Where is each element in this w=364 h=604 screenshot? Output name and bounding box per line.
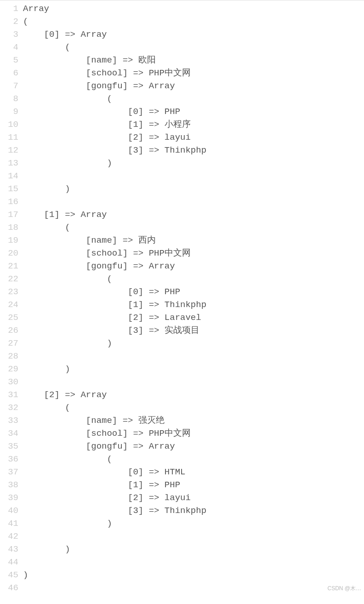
code-line: ( [23,92,206,105]
line-number: 33 [0,414,18,427]
line-number: 34 [0,427,18,440]
line-number-gutter: 1234567891011121314151617181920212223242… [0,2,23,594]
code-line: ( [23,221,206,234]
line-number: 6 [0,67,18,80]
line-number: 35 [0,440,18,453]
line-number: 36 [0,453,18,466]
code-line: ( [23,15,206,28]
code-line: [school] => PHP中文网 [23,247,206,260]
line-number: 44 [0,556,18,569]
line-number: 25 [0,311,18,324]
line-number: 26 [0,324,18,337]
code-line: ( [23,401,206,414]
line-number: 37 [0,466,18,479]
code-line: ( [23,273,206,285]
line-number: 10 [0,118,18,131]
line-number: 20 [0,247,18,260]
code-line: [2] => layui [23,491,206,504]
code-line [23,170,206,182]
code-line [23,195,206,208]
line-number: 38 [0,479,18,491]
line-number: 22 [0,273,18,285]
line-number: 23 [0,285,18,298]
code-line: [gongfu] => Array [23,260,206,273]
line-number: 15 [0,182,18,195]
line-number: 31 [0,388,18,401]
code-line [23,556,206,569]
code-line [23,530,206,543]
code-line: ) [23,337,206,350]
code-line: [2] => layui [23,131,206,144]
code-line: [school] => PHP中文网 [23,67,206,80]
code-line: ) [23,363,206,376]
line-number: 18 [0,221,18,234]
code-line: [3] => 实战项目 [23,324,206,337]
line-number: 11 [0,131,18,144]
line-number: 16 [0,195,18,208]
line-number: 17 [0,208,18,221]
code-line: [0] => PHP [23,285,206,298]
line-number: 4 [0,41,18,54]
code-line: Array [23,2,206,15]
code-line: [2] => Array [23,388,206,401]
code-line: [gongfu] => Array [23,440,206,453]
code-line: [gongfu] => Array [23,80,206,92]
line-number: 19 [0,234,18,247]
watermark: CSDN @木… [327,585,361,592]
line-number: 21 [0,260,18,273]
line-number: 45 [0,569,18,581]
line-number: 8 [0,92,18,105]
line-number: 2 [0,15,18,28]
code-line: [name] => 强灭绝 [23,414,206,427]
code-line: ) [23,157,206,170]
line-number: 13 [0,157,18,170]
code-line: [0] => PHP [23,105,206,118]
line-number: 42 [0,530,18,543]
code-line: [1] => Thinkphp [23,298,206,311]
code-line: [1] => PHP [23,479,206,491]
code-content: Array( [0] => Array ( [name] => 欧阳 [scho… [23,2,206,594]
code-line [23,376,206,388]
code-line: ( [23,41,206,54]
code-line: [1] => 小程序 [23,118,206,131]
line-number: 24 [0,298,18,311]
line-number: 5 [0,54,18,67]
line-number: 39 [0,491,18,504]
line-number: 32 [0,401,18,414]
line-number: 27 [0,337,18,350]
code-line: [2] => Laravel [23,311,206,324]
line-number: 12 [0,144,18,157]
code-line: [name] => 欧阳 [23,54,206,67]
line-number: 30 [0,376,18,388]
line-number: 1 [0,2,18,15]
line-number: 43 [0,543,18,556]
line-number: 29 [0,363,18,376]
code-line [23,350,206,363]
code-block: 1234567891011121314151617181920212223242… [0,0,364,594]
code-line: ) [23,569,206,581]
code-line: ) [23,517,206,530]
code-line: [0] => Array [23,28,206,41]
code-line: ) [23,543,206,556]
line-number: 46 [0,581,18,594]
line-number: 7 [0,80,18,92]
code-line: [school] => PHP中文网 [23,427,206,440]
code-line: [3] => Thinkphp [23,144,206,157]
line-number: 28 [0,350,18,363]
code-line: [1] => Array [23,208,206,221]
line-number: 40 [0,504,18,517]
code-line: [name] => 西内 [23,234,206,247]
line-number: 41 [0,517,18,530]
code-line: ) [23,182,206,195]
code-line: [3] => Thinkphp [23,504,206,517]
code-line [23,581,206,594]
code-line: [0] => HTML [23,466,206,479]
line-number: 14 [0,170,18,182]
line-number: 3 [0,28,18,41]
line-number: 9 [0,105,18,118]
code-line: ( [23,453,206,466]
